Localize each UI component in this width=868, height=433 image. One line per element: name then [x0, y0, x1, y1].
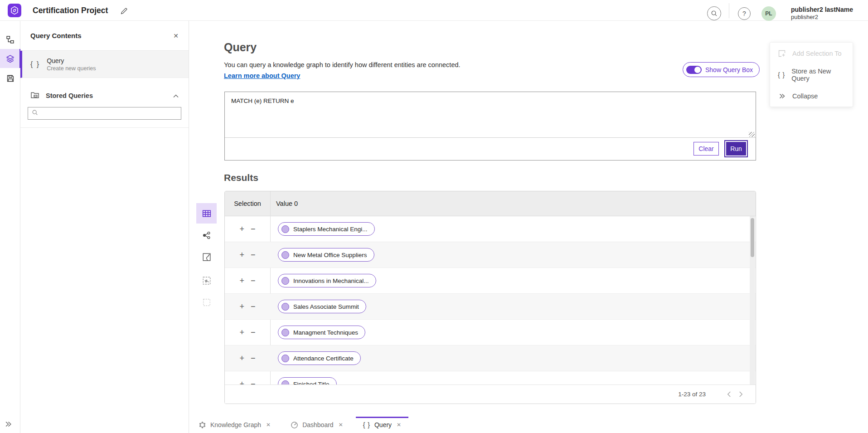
entity-pill[interactable]: Managment Techniques — [278, 326, 365, 339]
menu-item-label: Store as New Query — [791, 68, 845, 82]
stored-queries-header[interactable]: Stored Queries — [20, 89, 189, 102]
entity-label: Managment Techniques — [293, 329, 358, 336]
query-contents-item[interactable]: { } Query Create new queries — [20, 51, 189, 78]
query-description: You can query a knowledge graph to ident… — [224, 61, 461, 68]
close-icon[interactable]: ✕ — [266, 422, 271, 428]
double-chevron-right-icon — [777, 93, 786, 99]
app-logo-icon — [8, 4, 21, 17]
remove-selection-minus-icon[interactable]: − — [251, 251, 256, 259]
braces-icon: { } — [363, 421, 370, 428]
results-table: Selection Value 0 +− Staplers Mechanical… — [224, 191, 756, 404]
entity-pill[interactable]: Staplers Mechanical Engi... — [278, 222, 375, 236]
table-scrollbar — [750, 216, 755, 384]
table-header-row: Selection Value 0 — [225, 191, 756, 216]
tab-knowledge-graph[interactable]: Knowledge Graph ✕ — [191, 417, 278, 433]
tab-query[interactable]: { } Query ✕ — [356, 417, 408, 433]
remove-selection-minus-icon[interactable]: − — [251, 225, 256, 233]
entity-label: New Metal Office Suppliers — [293, 252, 367, 258]
add-selection-plus-icon[interactable]: + — [239, 277, 244, 285]
table-view-icon[interactable] — [196, 203, 217, 224]
bottom-tab-bar: Knowledge Graph ✕ Dashboard ✕ { } Query … — [189, 417, 868, 433]
entity-pill[interactable]: Sales Associate Summit — [278, 300, 366, 313]
rail-item-model-icon[interactable] — [0, 30, 20, 49]
rail-item-contents-layers-icon[interactable] — [0, 49, 20, 68]
map-view-icon[interactable] — [196, 247, 217, 267]
entity-pill[interactable]: Finished Title — [278, 377, 337, 384]
query-box: MATCH (e) RETURN e Clear Run — [224, 92, 756, 161]
add-to-map-view-icon[interactable] — [196, 270, 217, 291]
help-icon[interactable]: ? — [738, 7, 751, 20]
add-selection-plus-icon[interactable]: + — [239, 354, 244, 362]
entity-dot-icon — [281, 277, 289, 285]
entity-label: Sales Associate Summit — [293, 303, 359, 310]
chevron-left-icon[interactable] — [723, 389, 735, 400]
menu-item-collapse[interactable]: Collapse — [770, 85, 853, 107]
expand-panel-double-chevron-icon[interactable] — [5, 421, 12, 428]
table-rows-viewport: +− Staplers Mechanical Engi... +− New Me… — [225, 216, 756, 384]
table-row: +− New Metal Office Suppliers — [225, 242, 756, 268]
panel-header: Query Contents ✕ — [20, 21, 189, 51]
add-selection-to-icon — [777, 49, 786, 58]
entity-dot-icon — [281, 329, 289, 336]
menu-item-add-selection-to[interactable]: Add Selection To — [770, 43, 853, 64]
avatar[interactable]: PL — [761, 6, 776, 21]
query-text-input[interactable]: MATCH (e) RETURN e — [225, 92, 756, 137]
column-header-selection: Selection — [225, 200, 270, 207]
remove-selection-minus-icon[interactable]: − — [251, 328, 256, 336]
learn-more-link[interactable]: Learn more about Query — [224, 72, 300, 79]
add-selection-plus-icon[interactable]: + — [239, 251, 244, 259]
remove-selection-minus-icon[interactable]: − — [251, 354, 256, 362]
clear-button[interactable]: Clear — [693, 142, 719, 156]
entity-label: Finished Title — [293, 381, 330, 385]
tab-dashboard[interactable]: Dashboard ✕ — [283, 417, 350, 433]
add-selection-plus-icon[interactable]: + — [239, 302, 244, 311]
entity-label: Innovations in Mechanical... — [293, 277, 369, 284]
close-icon[interactable]: ✕ — [173, 32, 179, 39]
entity-pill[interactable]: Innovations in Mechanical... — [278, 274, 376, 287]
entity-pill[interactable]: New Metal Office Suppliers — [278, 248, 374, 262]
tab-label: Query — [374, 421, 392, 428]
table-row: +− Managment Techniques — [225, 320, 756, 345]
braces-icon: { } — [30, 60, 40, 68]
remove-selection-minus-icon[interactable]: − — [251, 302, 256, 311]
edit-title-pencil-icon[interactable] — [119, 6, 129, 16]
add-selection-plus-icon[interactable]: + — [239, 225, 244, 233]
entity-dot-icon — [281, 225, 289, 233]
table-row: +− Attendance Certificate — [225, 345, 756, 371]
search-input[interactable] — [41, 110, 177, 117]
stored-queries-label: Stored Queries — [46, 92, 93, 99]
entity-pill[interactable]: Attendance Certificate — [278, 351, 361, 365]
remove-selection-minus-icon[interactable]: − — [251, 277, 256, 285]
close-icon[interactable]: ✕ — [339, 422, 343, 428]
table-row: +− Staplers Mechanical Engi... — [225, 216, 756, 242]
chevron-right-icon[interactable] — [735, 389, 747, 400]
menu-item-label: Collapse — [792, 92, 818, 100]
table-row: +− Sales Associate Summit — [225, 294, 756, 320]
menu-item-label: Add Selection To — [792, 50, 842, 57]
menu-item-store-as-new-query[interactable]: { } Store as New Query — [770, 64, 853, 85]
close-icon[interactable]: ✕ — [397, 422, 401, 428]
show-query-box-button[interactable]: Show Query Box — [683, 62, 760, 77]
user-username: publisher2 — [791, 14, 818, 20]
run-button[interactable]: Run — [725, 141, 747, 156]
show-query-box-label: Show Query Box — [705, 66, 753, 73]
folder-icon — [30, 91, 39, 101]
rail-item-save-icon[interactable] — [0, 69, 20, 88]
entity-dot-icon — [281, 251, 289, 259]
link-chart-view-icon[interactable] — [196, 225, 217, 245]
panel-divider — [20, 127, 189, 128]
add-selection-plus-icon[interactable]: + — [239, 380, 244, 384]
dashboard-gauge-icon — [291, 421, 298, 429]
selection-view-icon[interactable] — [196, 292, 217, 312]
chevron-up-icon[interactable] — [173, 92, 179, 100]
resize-handle[interactable] — [749, 132, 755, 137]
scrollbar-thumb[interactable] — [751, 218, 754, 257]
add-selection-plus-icon[interactable]: + — [239, 328, 244, 336]
tab-label: Knowledge Graph — [210, 421, 261, 428]
entity-label: Staplers Mechanical Engi... — [293, 226, 368, 233]
table-row: +− Finished Title — [225, 371, 756, 384]
remove-selection-minus-icon[interactable]: − — [251, 380, 256, 384]
search-icon[interactable] — [707, 6, 721, 20]
page-title: Query — [224, 41, 257, 54]
show-query-box-toggle[interactable] — [686, 66, 702, 74]
